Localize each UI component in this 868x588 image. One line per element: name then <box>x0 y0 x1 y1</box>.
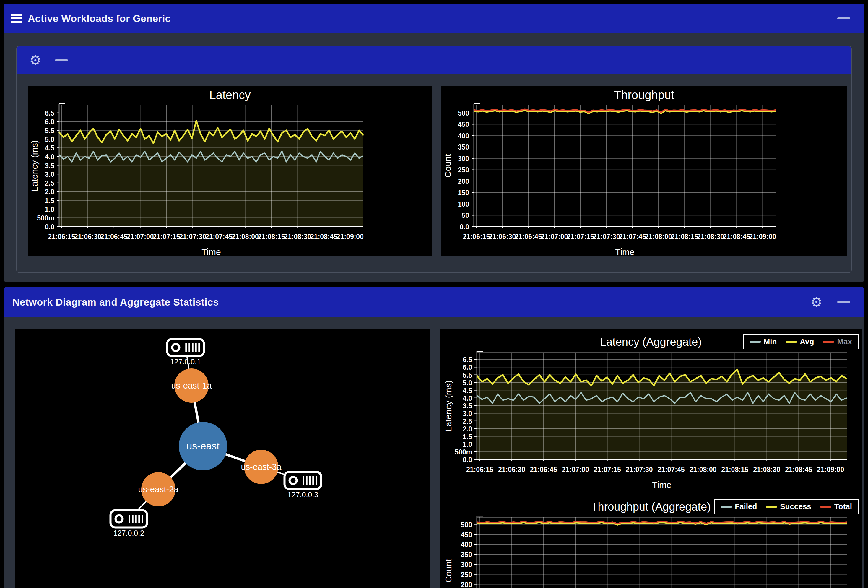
svg-text:21:07:00: 21:07:00 <box>562 466 589 473</box>
svg-text:21:08:30: 21:08:30 <box>284 233 311 241</box>
svg-text:21:08:45: 21:08:45 <box>723 233 750 241</box>
legend-swatch <box>766 505 777 508</box>
legend-item-avg[interactable]: Avg <box>785 337 814 346</box>
svg-text:5.0: 5.0 <box>463 379 472 387</box>
workloads-subcard-header: ⚙ <box>17 46 851 74</box>
svg-text:6.0: 6.0 <box>463 363 472 371</box>
svg-text:1.5: 1.5 <box>463 433 472 440</box>
svg-text:400: 400 <box>461 541 472 548</box>
throughput-aggregate-title: Throughput (Aggregate) <box>591 498 711 515</box>
legend-swatch <box>823 341 834 343</box>
svg-text:Time: Time <box>615 247 635 256</box>
svg-text:21:06:15: 21:06:15 <box>48 233 75 241</box>
svg-text:4.0: 4.0 <box>463 394 472 402</box>
network-panel-header: Network Diagram and Aggregate Statistics… <box>3 287 865 317</box>
svg-text:500m: 500m <box>455 448 472 456</box>
legend-item-max[interactable]: Max <box>823 337 852 346</box>
svg-text:21:07:30: 21:07:30 <box>593 233 620 241</box>
svg-text:4.5: 4.5 <box>463 387 472 394</box>
svg-text:21:08:00: 21:08:00 <box>689 466 716 473</box>
server-ip-label: 127.0.0.3 <box>288 490 318 499</box>
svg-text:21:06:45: 21:06:45 <box>515 233 542 241</box>
svg-text:21:09:00: 21:09:00 <box>337 233 364 241</box>
svg-text:6.0: 6.0 <box>45 118 55 126</box>
svg-text:21:06:30: 21:06:30 <box>498 466 525 473</box>
svg-text:6.5: 6.5 <box>463 356 472 363</box>
gear-icon[interactable]: ⚙ <box>29 53 41 67</box>
network-panel-title: Network Diagram and Aggregate Statistics <box>12 296 218 308</box>
svg-text:350: 350 <box>461 551 472 558</box>
svg-text:21:07:45: 21:07:45 <box>619 233 646 241</box>
network-diagram-canvas: 127.0.0.1127.0.0.2127.0.0.3us-east-1aus-… <box>15 329 430 588</box>
svg-text:250: 250 <box>458 166 469 174</box>
server-icon[interactable] <box>111 510 147 527</box>
svg-text:1.0: 1.0 <box>45 206 55 213</box>
legend-item-success[interactable]: Success <box>766 502 811 511</box>
svg-text:200: 200 <box>458 177 469 185</box>
svg-text:2.5: 2.5 <box>463 418 472 425</box>
collapse-panel-icon[interactable] <box>837 301 850 303</box>
svg-text:Latency (ms): Latency (ms) <box>443 380 453 431</box>
legend-item-failed[interactable]: Failed <box>720 502 757 511</box>
svg-text:21:08:00: 21:08:00 <box>645 233 672 241</box>
legend-label: Max <box>837 337 852 346</box>
server-ip-label: 127.0.0.1 <box>170 358 201 366</box>
svg-text:Count: Count <box>443 559 453 583</box>
throughput-aggregate-legend: FailedSuccessTotal <box>714 499 859 514</box>
zone-node-label: us-east-3a <box>241 462 282 471</box>
svg-text:300: 300 <box>461 561 472 569</box>
legend-label: Total <box>834 502 852 511</box>
legend-swatch <box>820 505 831 508</box>
legend-item-min[interactable]: Min <box>750 337 777 346</box>
latency-aggregate-plot: 0.0500m1.01.52.02.53.03.54.04.55.05.56.0… <box>442 350 856 489</box>
svg-text:500: 500 <box>461 521 472 529</box>
svg-text:3.0: 3.0 <box>45 170 55 178</box>
latency-chart: Latency 0.0500m1.01.52.02.53.03.54.04.55… <box>28 86 432 256</box>
svg-text:21:08:00: 21:08:00 <box>232 233 259 241</box>
svg-text:Latency (ms): Latency (ms) <box>30 140 39 191</box>
svg-text:21:08:45: 21:08:45 <box>310 233 337 241</box>
collapse-subcard-icon[interactable] <box>55 59 68 61</box>
gear-icon[interactable]: ⚙ <box>810 295 822 309</box>
svg-text:21:06:15: 21:06:15 <box>463 233 490 241</box>
svg-text:3.5: 3.5 <box>463 402 472 410</box>
svg-text:300: 300 <box>458 155 469 163</box>
svg-text:21:06:15: 21:06:15 <box>466 466 493 473</box>
zone-node-label: us-east-2a <box>138 485 179 494</box>
latency-aggregate-title: Latency (Aggregate) <box>600 334 702 350</box>
svg-text:21:06:30: 21:06:30 <box>74 233 101 241</box>
latency-aggregate-legend: MinAvgMax <box>743 334 859 349</box>
server-icon[interactable] <box>285 472 321 489</box>
legend-item-total[interactable]: Total <box>820 502 852 511</box>
svg-text:350: 350 <box>458 143 469 151</box>
latency-aggregate-head: Latency (Aggregate) MinAvgMax <box>440 334 862 350</box>
legend-swatch <box>750 341 761 343</box>
server-icon[interactable] <box>167 339 204 356</box>
svg-text:500m: 500m <box>37 214 55 222</box>
svg-text:5.5: 5.5 <box>463 371 472 379</box>
svg-text:1.0: 1.0 <box>463 440 472 448</box>
svg-text:21:08:15: 21:08:15 <box>258 233 285 241</box>
network-panel-body: 127.0.0.1127.0.0.2127.0.0.3us-east-1aus-… <box>3 317 865 588</box>
svg-text:1.5: 1.5 <box>45 197 55 204</box>
latency-chart-title: Latency <box>28 86 432 102</box>
throughput-plot: 0.05010015020025030035040045050021:06:15… <box>441 102 847 256</box>
svg-text:21:06:45: 21:06:45 <box>530 466 557 473</box>
svg-text:21:07:45: 21:07:45 <box>658 466 685 473</box>
svg-text:400: 400 <box>458 132 469 140</box>
collapse-panel-icon[interactable] <box>837 18 850 19</box>
svg-text:50: 50 <box>462 211 469 219</box>
network-panel: Network Diagram and Aggregate Statistics… <box>3 287 865 588</box>
svg-text:6.5: 6.5 <box>45 109 55 117</box>
workloads-subcard: ⚙ Latency 0.0500m1.01.52.02.53.03.54.04.… <box>16 46 852 273</box>
svg-text:Time: Time <box>201 247 221 256</box>
svg-text:21:07:15: 21:07:15 <box>567 233 594 241</box>
menu-icon[interactable] <box>10 14 22 23</box>
svg-text:200: 200 <box>461 581 472 588</box>
region-node-label: us-east <box>186 440 220 452</box>
legend-label: Failed <box>735 502 757 511</box>
throughput-aggregate-head: Throughput (Aggregate) FailedSuccessTota… <box>440 498 862 515</box>
svg-text:21:09:00: 21:09:00 <box>817 466 844 473</box>
svg-text:5.0: 5.0 <box>45 136 55 143</box>
svg-text:21:08:15: 21:08:15 <box>721 466 748 473</box>
